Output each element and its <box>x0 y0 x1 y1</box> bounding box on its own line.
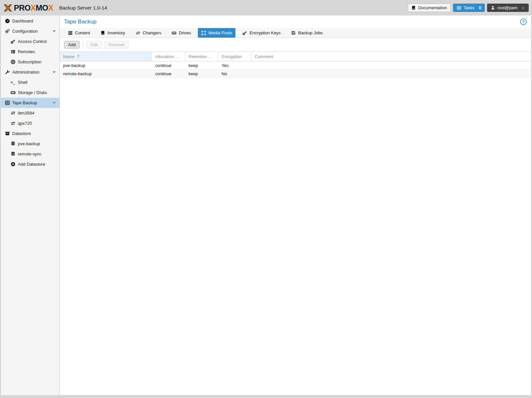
tab-media-pools[interactable]: Media Pools <box>198 28 235 38</box>
content-panel: Tape Backup ? Content Inventory <box>60 16 531 395</box>
proxmox-backup-server-app: PROXMOX Backup Server 1.0-14 Documentati… <box>0 0 532 398</box>
tab-encryption-keys[interactable]: Encryption Keys <box>239 28 284 38</box>
sidebar-item-pve-backup[interactable]: pve-backup <box>1 139 59 149</box>
list-icon <box>10 49 16 54</box>
sidebar-item-remote-sync[interactable]: remote-sync <box>1 149 59 159</box>
column-header-encryption[interactable]: Encryption <box>218 52 251 61</box>
book-icon <box>100 30 105 35</box>
sidebar-item-add-datastore[interactable]: Add Datastore <box>1 159 59 169</box>
sidebar-item-datastore[interactable]: Datastore <box>1 128 59 139</box>
toolbar-separator <box>83 42 83 48</box>
tasks-button[interactable]: Tasks 0 <box>453 4 485 12</box>
cell-encryption: No <box>218 70 251 78</box>
column-header-comment[interactable]: Comment <box>251 52 531 61</box>
media-pools-table: Name Allocation … Retention … Encryption… <box>60 51 531 78</box>
table-row-pve-backup[interactable]: pve-backup continue keep Yes <box>60 61 531 70</box>
sidebar-item-remotes[interactable]: Remotes <box>1 47 59 57</box>
sidebar-item-label: Add Datastore <box>18 162 45 167</box>
caret-down-icon[interactable] <box>53 102 56 104</box>
tab-label: Changers <box>143 30 161 35</box>
product-name: Backup Server 1.0-14 <box>59 5 107 11</box>
documentation-button[interactable]: Documentation <box>408 4 450 12</box>
sidebar-item-label: Access Control <box>18 39 47 44</box>
caret-down-icon[interactable] <box>53 30 56 32</box>
sidebar-item-dashboard[interactable]: Dashboard <box>1 16 59 26</box>
tab-label: Drives <box>179 30 191 35</box>
drive-icon <box>171 30 176 35</box>
database-icon <box>10 151 16 157</box>
content-header: Tape Backup ? <box>60 16 531 28</box>
table-empty-area <box>60 78 531 395</box>
main-layout: Dashboard Configuration Access Control <box>0 16 532 395</box>
proxmox-logo: PROXMOX <box>3 3 53 13</box>
top-bar-actions: Documentation Tasks 0 <box>408 4 529 12</box>
object-group-icon <box>201 30 206 35</box>
sidebar-item-label: qpx720 <box>18 121 32 126</box>
table-header: Name Allocation … Retention … Encryption… <box>60 51 531 61</box>
tasks-label: Tasks <box>464 5 475 10</box>
book-icon <box>411 6 416 10</box>
sidebar-item-storage-disks[interactable]: Storage / Disks <box>1 87 59 98</box>
wrench-icon <box>5 70 10 75</box>
sidebar-item-label: Tape Backup <box>12 100 37 105</box>
caret-down-icon[interactable] <box>53 71 56 73</box>
database-icon <box>10 141 16 147</box>
user-label: root@pam <box>497 5 517 10</box>
column-header-name[interactable]: Name <box>60 52 152 61</box>
sidebar-item-label: Datastore <box>12 131 31 136</box>
add-button[interactable]: Add <box>64 41 80 49</box>
remove-button[interactable]: Remove <box>105 41 128 49</box>
sidebar-item-label: remote-sync <box>18 151 42 156</box>
th-grid-icon <box>68 30 73 35</box>
sidebar-item-subscription[interactable]: Subscription <box>1 57 59 67</box>
gears-icon <box>5 29 10 34</box>
exchange-icon <box>135 30 140 35</box>
user-menu-button[interactable]: root@pam <box>487 4 529 12</box>
sidebar-item-label: Subscription <box>18 59 42 64</box>
user-icon <box>491 6 495 10</box>
exchange-icon <box>10 121 16 126</box>
sidebar-item-label: pve-backup <box>18 141 40 146</box>
logo-wordmark: PROXMOX <box>14 4 53 12</box>
tab-drives[interactable]: Drives <box>168 28 194 38</box>
sidebar-item-label: Remotes <box>18 49 35 54</box>
sidebar-item-tape-backup[interactable]: Tape Backup <box>1 98 59 108</box>
sort-asc-icon <box>77 54 80 59</box>
tape-icon <box>5 100 10 106</box>
edit-button[interactable]: Edit <box>87 41 102 49</box>
column-header-retention[interactable]: Retention … <box>185 52 218 61</box>
cell-comment <box>251 70 531 78</box>
sidebar-item-configuration[interactable]: Configuration <box>1 26 59 36</box>
key-icon <box>10 39 16 44</box>
page-title: Tape Backup <box>64 18 96 25</box>
column-header-allocation[interactable]: Allocation … <box>152 52 185 61</box>
lifering-icon <box>10 59 16 65</box>
chevron-down-icon <box>521 6 525 10</box>
cell-allocation: continue <box>152 61 185 69</box>
sidebar: Dashboard Configuration Access Control <box>1 16 60 395</box>
sidebar-item-administration[interactable]: Administration <box>1 67 59 77</box>
tab-changers[interactable]: Changers <box>132 28 164 38</box>
cell-name: pve-backup <box>60 61 152 69</box>
sidebar-item-shell[interactable]: >_ Shell <box>1 77 59 87</box>
tab-content[interactable]: Content <box>64 28 93 38</box>
terminal-icon: >_ <box>10 80 16 85</box>
sidebar-item-qpx720[interactable]: qpx720 <box>1 118 59 128</box>
sidebar-item-access-control[interactable]: Access Control <box>1 36 59 47</box>
tab-backup-jobs[interactable]: Backup Jobs <box>288 28 326 38</box>
sidebar-item-label: Configuration <box>12 29 38 34</box>
table-row-remote-backup[interactable]: remote-backup continue keep No <box>60 70 531 78</box>
tab-label: Content <box>75 30 90 35</box>
dashboard-icon <box>5 18 10 24</box>
task-list-icon <box>457 6 461 10</box>
tab-inventory[interactable]: Inventory <box>97 28 128 38</box>
help-icon[interactable]: ? <box>520 18 527 25</box>
sidebar-item-label: Storage / Disks <box>18 90 47 95</box>
tab-bar: Content Inventory Changers <box>60 28 531 38</box>
toolbar: Add Edit Remove <box>60 38 531 51</box>
archive-icon <box>5 131 10 136</box>
sidebar-item-ibm3584[interactable]: ibm3584 <box>1 108 59 118</box>
hdd-icon <box>10 90 16 95</box>
exchange-icon <box>10 111 16 116</box>
tasks-count-badge: 0 <box>479 5 481 10</box>
